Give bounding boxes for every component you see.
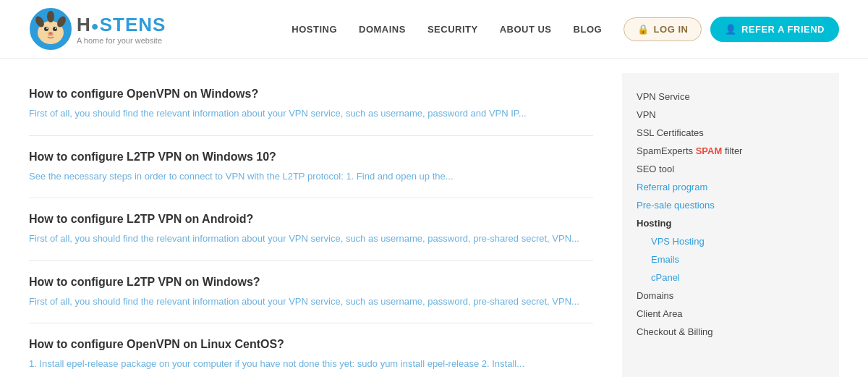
- refer-label: REFER A FRIEND: [741, 24, 825, 35]
- article-item: How to configure OpenVPN on Linux CentOS…: [29, 323, 593, 377]
- sidebar-item-referral[interactable]: Referral program: [637, 178, 825, 196]
- article-title: How to configure OpenVPN on Linux CentOS…: [29, 338, 593, 351]
- sidebar-item-client-area[interactable]: Client Area: [637, 305, 825, 323]
- article-excerpt: 1. Install epel-release package on your …: [29, 357, 593, 371]
- login-label: LOG IN: [654, 24, 689, 35]
- logo[interactable]: H●STENS A home for your website: [29, 7, 166, 51]
- sidebar: VPN Service VPN SSL Certificates SpamExp…: [622, 73, 839, 377]
- main-content: How to configure OpenVPN on Windows? Fir…: [0, 59, 868, 377]
- spam-label: SPAM: [696, 145, 723, 156]
- refer-button[interactable]: 👤 REFER A FRIEND: [710, 17, 839, 42]
- articles-list: How to configure OpenVPN on Windows? Fir…: [29, 73, 622, 377]
- sidebar-item-emails[interactable]: Emails: [651, 250, 825, 268]
- article-excerpt: First of all, you should find the releva…: [29, 295, 593, 309]
- main-nav: HOSTING DOMAINS SECURITY ABOUT US BLOG: [292, 24, 602, 35]
- article-item: How to configure L2TP VPN on Windows? Fi…: [29, 261, 593, 324]
- logo-icon: [29, 7, 72, 51]
- sidebar-item-vps-hosting[interactable]: VPS Hosting: [651, 232, 825, 250]
- svg-point-6: [53, 27, 57, 31]
- svg-point-10: [49, 33, 52, 35]
- article-excerpt: First of all, you should find the releva…: [29, 106, 593, 121]
- user-icon: 👤: [725, 24, 737, 35]
- sidebar-item-vpn[interactable]: VPN: [637, 106, 825, 124]
- article-excerpt: First of all, you should find the releva…: [29, 232, 593, 246]
- svg-point-8: [55, 27, 56, 29]
- article-title: How to configure L2TP VPN on Android?: [29, 213, 593, 226]
- nav-blog[interactable]: BLOG: [574, 24, 603, 35]
- sidebar-item-spamexperts[interactable]: SpamExperts SPAM filter: [637, 142, 825, 160]
- nav-hosting[interactable]: HOSTING: [292, 24, 337, 35]
- lock-icon: 🔒: [637, 24, 650, 35]
- sidebar-item-cpanel[interactable]: cPanel: [651, 268, 825, 287]
- sidebar-item-hosting[interactable]: Hosting: [637, 214, 825, 232]
- svg-point-3: [47, 11, 54, 22]
- nav-about-us[interactable]: ABOUT US: [500, 24, 552, 35]
- header: H●STENS A home for your website HOSTING …: [0, 0, 868, 59]
- logo-brand: H●STENS: [77, 14, 166, 36]
- svg-point-5: [44, 27, 48, 31]
- sidebar-sub-hosting: VPS Hosting Emails cPanel: [637, 232, 825, 287]
- article-item: How to configure L2TP VPN on Windows 10?…: [29, 136, 593, 199]
- article-excerpt: See the necessary steps in order to conn…: [29, 169, 593, 184]
- logo-tagline: A home for your website: [77, 36, 166, 45]
- sidebar-item-vpn-service[interactable]: VPN Service: [637, 88, 825, 106]
- article-item: How to configure OpenVPN on Windows? Fir…: [29, 73, 593, 136]
- logo-text: H●STENS A home for your website: [77, 14, 166, 45]
- login-button[interactable]: 🔒 LOG IN: [624, 17, 702, 41]
- sidebar-item-domains[interactable]: Domains: [637, 287, 825, 305]
- nav-domains[interactable]: DOMAINS: [359, 24, 406, 35]
- article-title: How to configure L2TP VPN on Windows?: [29, 276, 593, 289]
- article-title: How to configure OpenVPN on Windows?: [29, 88, 593, 101]
- sidebar-item-seo[interactable]: SEO tool: [637, 160, 825, 178]
- nav-security[interactable]: SECURITY: [427, 24, 478, 35]
- article-title: How to configure L2TP VPN on Windows 10?: [29, 151, 593, 164]
- article-item: How to configure L2TP VPN on Android? Fi…: [29, 198, 593, 261]
- sidebar-item-checkout-billing[interactable]: Checkout & Billing: [637, 323, 825, 341]
- sidebar-item-ssl[interactable]: SSL Certificates: [637, 124, 825, 142]
- svg-point-7: [46, 27, 48, 29]
- sidebar-item-presale[interactable]: Pre-sale questions: [637, 196, 825, 214]
